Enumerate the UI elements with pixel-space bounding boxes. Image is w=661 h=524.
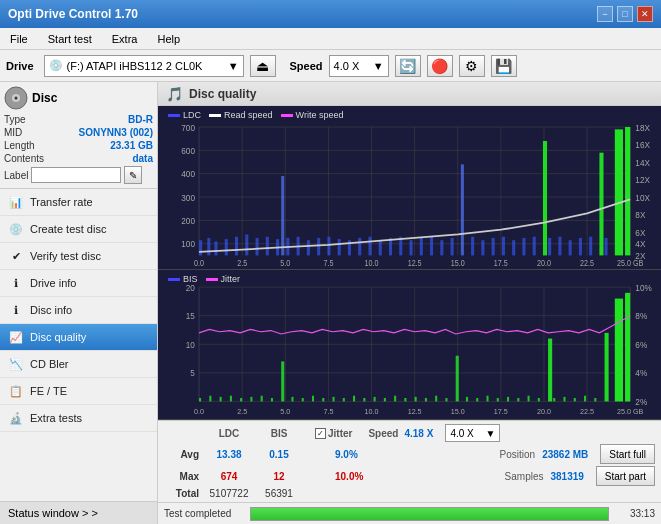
disc-label-input[interactable] xyxy=(31,167,121,183)
svg-rect-135 xyxy=(466,397,468,402)
burn-button[interactable]: 🔴 xyxy=(427,55,453,77)
drive-bar: Drive 💿 (F:) ATAPI iHBS112 2 CL0K ▼ ⏏ Sp… xyxy=(0,50,661,82)
disc-type-value: BD-R xyxy=(128,114,153,125)
menu-file[interactable]: File xyxy=(4,31,34,47)
svg-rect-36 xyxy=(338,239,341,255)
disc-type-row: Type BD-R xyxy=(4,114,153,125)
nav-extra-tests[interactable]: 🔬 Extra tests xyxy=(0,405,157,432)
nav-transfer-rate[interactable]: 📊 Transfer rate xyxy=(0,189,157,216)
nav-create-test-disc[interactable]: 💿 Create test disc xyxy=(0,216,157,243)
drive-selector[interactable]: 💿 (F:) ATAPI iHBS112 2 CL0K ▼ xyxy=(44,55,244,77)
svg-text:25.0 GB: 25.0 GB xyxy=(617,407,643,416)
nav-transfer-rate-label: Transfer rate xyxy=(30,196,93,208)
svg-rect-63 xyxy=(605,238,608,256)
disc-label-btn[interactable]: ✎ xyxy=(124,166,142,184)
settings-button[interactable]: ⚙ xyxy=(459,55,485,77)
svg-text:5.0: 5.0 xyxy=(280,258,290,268)
stats-avg-row: Avg 13.38 0.15 9.0% Position 23862 MB St… xyxy=(164,444,655,464)
bis-color xyxy=(168,278,180,281)
stats-total-row: Total 5107722 56391 xyxy=(164,488,655,499)
speed-stats-selector[interactable]: 4.0 X ▼ xyxy=(445,424,500,442)
svg-rect-59 xyxy=(569,240,572,255)
status-window-button[interactable]: Status window > > xyxy=(0,501,157,524)
legend-ldc: LDC xyxy=(168,110,201,120)
transfer-rate-icon: 📊 xyxy=(8,194,24,210)
svg-rect-24 xyxy=(225,239,228,255)
svg-rect-40 xyxy=(379,240,382,255)
chart2-legend: BIS Jitter xyxy=(162,272,246,286)
stats-bar: LDC BIS ✓ Jitter Speed 4.18 X 4.0 X ▼ Av… xyxy=(158,420,661,502)
speed-label: Speed xyxy=(368,428,398,439)
nav-cd-bler-label: CD Bler xyxy=(30,358,69,370)
svg-text:700: 700 xyxy=(181,122,195,133)
svg-rect-146 xyxy=(574,398,576,401)
svg-text:10.0: 10.0 xyxy=(365,407,379,416)
charts-area: LDC Read speed Write speed xyxy=(158,106,661,420)
menu-help[interactable]: Help xyxy=(151,31,186,47)
disc-length-value: 23.31 GB xyxy=(110,140,153,151)
jitter-header: Jitter xyxy=(328,428,352,439)
svg-text:7.5: 7.5 xyxy=(323,407,333,416)
start-part-button[interactable]: Start part xyxy=(596,466,655,486)
svg-text:15: 15 xyxy=(186,311,195,322)
svg-rect-109 xyxy=(199,398,201,401)
svg-text:600: 600 xyxy=(181,145,195,156)
svg-rect-114 xyxy=(250,397,252,402)
svg-rect-28 xyxy=(266,237,269,256)
jitter-checkbox[interactable]: ✓ xyxy=(315,428,326,439)
nav-disc-quality[interactable]: 📈 Disc quality xyxy=(0,324,157,351)
eject-button[interactable]: ⏏ xyxy=(250,55,276,77)
chart1-container: LDC Read speed Write speed xyxy=(158,106,661,270)
svg-text:0.0: 0.0 xyxy=(194,407,204,416)
svg-text:8%: 8% xyxy=(635,311,647,322)
speed-selector[interactable]: 4.0 X ▼ xyxy=(329,55,389,77)
svg-rect-151 xyxy=(625,293,630,402)
svg-text:17.5: 17.5 xyxy=(494,407,508,416)
svg-text:400: 400 xyxy=(181,169,195,180)
jitter-label: Jitter xyxy=(221,274,241,284)
maximize-button[interactable]: □ xyxy=(617,6,633,22)
nav-cd-bler[interactable]: 📉 CD Bler xyxy=(0,351,157,378)
svg-rect-46 xyxy=(440,240,443,255)
svg-rect-148 xyxy=(594,398,596,401)
jitter-checkbox-wrap[interactable]: ✓ Jitter xyxy=(315,428,352,439)
window-controls: − □ ✕ xyxy=(597,6,653,22)
nav-drive-info-label: Drive info xyxy=(30,277,76,289)
save-button[interactable]: 💾 xyxy=(491,55,517,77)
svg-text:4X: 4X xyxy=(635,239,645,250)
svg-rect-30 xyxy=(281,176,284,255)
panel-title: Disc quality xyxy=(189,87,256,101)
disc-type-label: Type xyxy=(4,114,26,125)
nav-drive-info[interactable]: ℹ Drive info xyxy=(0,270,157,297)
svg-rect-57 xyxy=(548,238,551,256)
disc-header: Disc xyxy=(4,86,153,110)
svg-text:2.5: 2.5 xyxy=(237,258,247,268)
chart1-svg: 700 600 400 300 200 100 18X 16X 14X 12X … xyxy=(158,106,661,269)
svg-rect-45 xyxy=(430,237,433,256)
legend-read-speed: Read speed xyxy=(209,110,273,120)
svg-text:10X: 10X xyxy=(635,192,650,203)
nav-create-test-disc-label: Create test disc xyxy=(30,223,106,235)
minimize-button[interactable]: − xyxy=(597,6,613,22)
content-area: 🎵 Disc quality LDC Read speed xyxy=(158,82,661,524)
menu-extra[interactable]: Extra xyxy=(106,31,144,47)
svg-rect-38 xyxy=(358,238,361,256)
svg-text:2.5: 2.5 xyxy=(237,407,247,416)
progress-status-text: Test completed xyxy=(164,508,244,519)
nav-verify-test-disc[interactable]: ✔ Verify test disc xyxy=(0,243,157,270)
nav-disc-info[interactable]: ℹ Disc info xyxy=(0,297,157,324)
svg-rect-55 xyxy=(533,237,536,256)
close-button[interactable]: ✕ xyxy=(637,6,653,22)
start-full-button[interactable]: Start full xyxy=(600,444,655,464)
svg-rect-26 xyxy=(245,234,248,255)
svg-rect-117 xyxy=(281,362,284,402)
svg-text:100: 100 xyxy=(181,239,195,250)
refresh-button[interactable]: 🔄 xyxy=(395,55,421,77)
nav-disc-quality-label: Disc quality xyxy=(30,331,86,343)
nav-fe-te[interactable]: 📋 FE / TE xyxy=(0,378,157,405)
svg-rect-47 xyxy=(451,238,454,256)
svg-text:4%: 4% xyxy=(635,368,647,379)
menu-start-test[interactable]: Start test xyxy=(42,31,98,47)
svg-text:300: 300 xyxy=(181,192,195,203)
speed-dropdown-arrow: ▼ xyxy=(373,60,384,72)
